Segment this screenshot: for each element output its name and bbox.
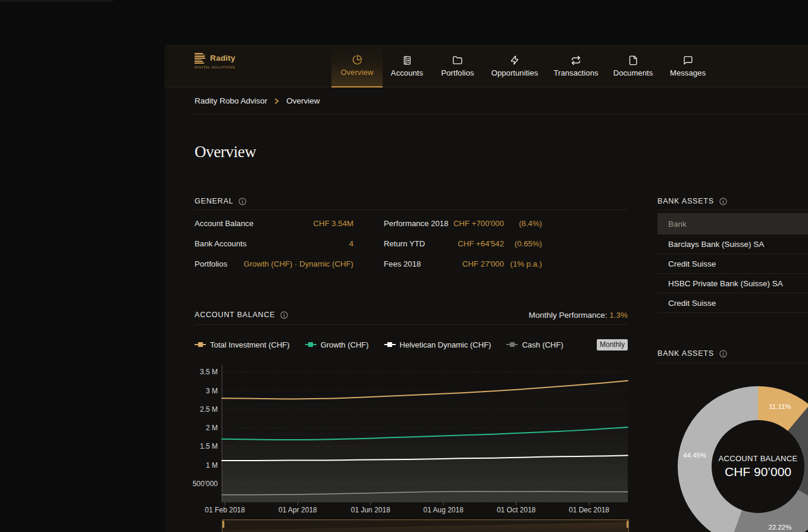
- bank-list-row[interactable]: Barclays Bank (Suisse) SA: [657, 234, 808, 254]
- monthly-performance-value: 1.3%: [609, 311, 628, 320]
- sidebar: BANK ASSETS Bank Barclays Bank (Suisse) …: [657, 114, 808, 532]
- svg-text:01 Dec 2018: 01 Dec 2018: [569, 506, 609, 514]
- bank-list-row[interactable]: Credit Suisse: [657, 293, 808, 313]
- info-icon[interactable]: [719, 198, 727, 205]
- nav-item-label: Overview: [341, 68, 374, 77]
- legend-item[interactable]: Helvetican Dynamic (CHF): [384, 340, 491, 349]
- donut-chart-svg: 11.11%22.22%22.22%44.45%ACCOUNT BALANCEC…: [678, 386, 808, 532]
- chart-range-brush[interactable]: [222, 520, 629, 532]
- breadcrumb-current: Overview: [286, 96, 320, 105]
- account-balance-heading: ACCOUNT BALANCE: [195, 311, 275, 319]
- general-value: CHF +64'542: [458, 239, 504, 248]
- file-icon: [628, 55, 638, 65]
- general-rows: Account BalanceCHF 3.54MPerformance 2018…: [195, 210, 628, 274]
- app-window: Radity DIGITAL SOLUTIONS OverviewAccount…: [165, 45, 808, 532]
- nav-item-overview[interactable]: Overview: [331, 45, 383, 87]
- divider: [657, 362, 808, 363]
- legend-item[interactable]: Total Investment (CHF): [195, 340, 290, 349]
- page: Radity DIGITAL SOLUTIONS OverviewAccount…: [0, 0, 808, 532]
- legend-marker-icon: [506, 342, 518, 347]
- logo-name: Radity: [210, 54, 235, 62]
- svg-text:1.5 M: 1.5 M: [200, 442, 218, 450]
- svg-text:01 Feb 2018: 01 Feb 2018: [205, 506, 245, 514]
- brush-minichart: [223, 520, 628, 532]
- account-balance-section: ACCOUNT BALANCE Monthly Performance: 1.3…: [195, 309, 634, 532]
- nav-item-label: Accounts: [391, 68, 423, 77]
- divider: [195, 324, 628, 325]
- svg-text:44.45%: 44.45%: [683, 452, 706, 459]
- nav-item-label: Documents: [613, 68, 653, 77]
- bank-list-row[interactable]: Credit Suisse: [657, 254, 808, 274]
- brush-handle-left[interactable]: [222, 521, 224, 528]
- general-row: Account BalanceCHF 3.54MPerformance 2018…: [195, 213, 628, 233]
- legend-item[interactable]: Cash (CHF): [506, 340, 563, 349]
- bank-assets-list-section: BANK ASSETS Bank Barclays Bank (Suisse) …: [657, 195, 808, 313]
- svg-text:2.5 M: 2.5 M: [200, 405, 218, 414]
- folder-icon: [452, 55, 462, 65]
- divider: [657, 209, 808, 210]
- svg-text:3 M: 3 M: [206, 387, 218, 395]
- nav-item-portfolios[interactable]: Portfolios: [441, 45, 474, 87]
- bank-list-header-row[interactable]: Bank: [657, 213, 808, 234]
- page-title: Overview: [195, 143, 256, 161]
- general-percent: (8.4%): [519, 219, 542, 228]
- general-value: CHF +700'000: [453, 219, 504, 228]
- nav-item-label: Transactions: [553, 68, 598, 77]
- monthly-performance: Monthly Performance: 1.3%: [528, 311, 628, 320]
- nav-item-opportunities[interactable]: Opportunities: [491, 45, 538, 87]
- nav-item-transactions[interactable]: Transactions: [553, 45, 598, 87]
- general-percent: (0.65%): [515, 239, 542, 248]
- info-icon[interactable]: [280, 311, 288, 319]
- account-balance-line-chart[interactable]: 500'0001 M1.5 M2 M2.5 M3 M3.5 M01 Feb 20…: [195, 358, 634, 517]
- legend-item[interactable]: Growth (CHF): [305, 340, 369, 349]
- bank-list-row[interactable]: HSBC Private Bank (Suisse) SA: [657, 274, 808, 293]
- nav-item-label: Opportunities: [491, 68, 538, 77]
- bank-assets-chart-section: BANK ASSETS: [657, 348, 808, 363]
- legend-label: Cash (CHF): [522, 340, 563, 349]
- chart-legend: Total Investment (CHF)Growth (CHF)Helvet…: [195, 339, 628, 351]
- pie-chart-icon: [352, 55, 362, 65]
- general-label: Bank Accounts: [195, 239, 246, 248]
- general-value: CHF 27'000: [462, 259, 504, 268]
- info-icon[interactable]: [239, 198, 246, 205]
- top-nav: Radity DIGITAL SOLUTIONS OverviewAccount…: [165, 45, 808, 87]
- logo[interactable]: Radity DIGITAL SOLUTIONS: [195, 53, 235, 69]
- svg-text:22.22%: 22.22%: [768, 524, 791, 531]
- bank-assets-chart-heading: BANK ASSETS: [657, 349, 714, 358]
- speech-bubble-icon: [683, 55, 693, 65]
- svg-text:01 Jun 2018: 01 Jun 2018: [351, 506, 390, 514]
- svg-text:01 Oct 2018: 01 Oct 2018: [497, 506, 536, 514]
- legend-marker-icon: [305, 342, 317, 347]
- general-label: Portfolios: [195, 259, 227, 268]
- general-value: 4: [349, 239, 353, 248]
- general-heading: GENERAL: [195, 197, 233, 205]
- general-row: Bank Accounts4Return YTDCHF +64'542(0.65…: [195, 233, 628, 254]
- general-label: Account Balance: [195, 219, 253, 228]
- lightning-icon: [510, 55, 520, 65]
- general-section: GENERAL Account BalanceCHF 3.54MPerforma…: [195, 195, 628, 274]
- bank-assets-donut-chart[interactable]: 11.11%22.22%22.22%44.45%ACCOUNT BALANCEC…: [678, 386, 808, 532]
- general-label: Performance 2018: [384, 219, 449, 228]
- general-value: CHF 3.54M: [314, 219, 353, 228]
- bank-rows: Barclays Bank (Suisse) SACredit SuisseHS…: [657, 234, 808, 313]
- svg-text:ACCOUNT BALANCE: ACCOUNT BALANCE: [719, 454, 798, 463]
- svg-text:2 M: 2 M: [206, 424, 218, 432]
- general-percent: (1% p.a.): [510, 259, 542, 268]
- window-top-strip: [0, 0, 113, 2]
- svg-text:500'000: 500'000: [193, 480, 218, 488]
- legend-marker-icon: [384, 342, 396, 347]
- chevron-right-icon: [274, 98, 280, 104]
- nav-item-documents[interactable]: Documents: [613, 45, 653, 87]
- info-icon[interactable]: [719, 350, 727, 358]
- nav-item-messages[interactable]: Messages: [670, 45, 706, 87]
- general-value: Growth (CHF) · Dynamic (CHF): [243, 259, 353, 268]
- legend-label: Total Investment (CHF): [210, 340, 290, 349]
- brush-handle-right[interactable]: [627, 521, 629, 528]
- general-label: Return YTD: [384, 239, 425, 248]
- radity-logo-icon: [195, 53, 205, 64]
- breadcrumb: Radity Robo Advisor Overview: [165, 87, 808, 114]
- nav-item-accounts[interactable]: Accounts: [391, 45, 423, 87]
- period-monthly-button[interactable]: Monthly: [597, 339, 628, 351]
- legend-label: Helvetican Dynamic (CHF): [400, 340, 491, 349]
- breadcrumb-root[interactable]: Radity Robo Advisor: [195, 96, 267, 105]
